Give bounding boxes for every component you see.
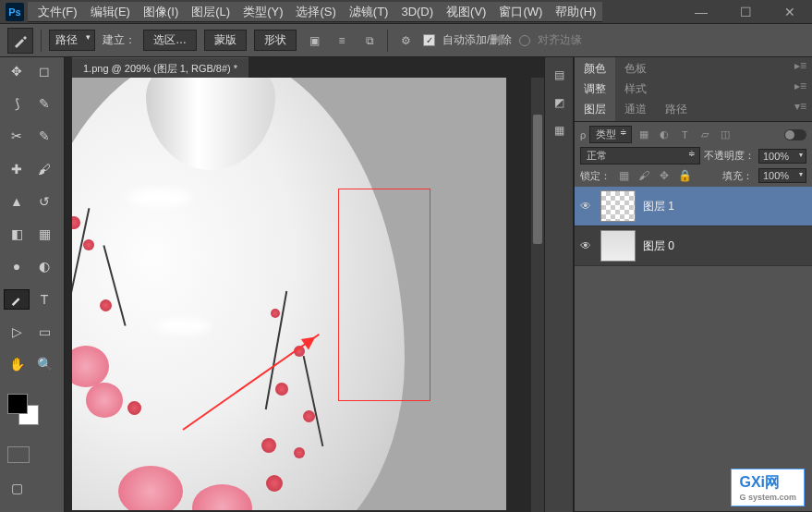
watermark-sub: G system.com [739, 493, 796, 502]
path-arrange-icon[interactable]: ⧉ [359, 30, 380, 51]
lock-all-icon[interactable]: 🔒 [677, 168, 692, 183]
layer-list: 👁 图层 1 👁 图层 0 [575, 187, 812, 266]
visibility-toggle[interactable]: 👁 [580, 200, 593, 213]
gear-icon[interactable]: ⚙ [395, 30, 416, 51]
tool-preset-picker[interactable] [7, 28, 33, 54]
foreground-color-swatch[interactable] [7, 394, 28, 414]
panel-menu-icon[interactable]: ▾≡ [789, 98, 812, 121]
menu-select[interactable]: 选择(S) [289, 1, 342, 23]
marquee-tool[interactable]: ◻ [31, 61, 57, 81]
quick-select-tool[interactable]: ✎ [31, 93, 57, 114]
path-align-icon[interactable]: ≡ [332, 30, 352, 51]
close-button[interactable]: ✕ [768, 3, 812, 21]
healing-tool[interactable]: ✚ [4, 159, 30, 179]
filter-toggle[interactable] [784, 129, 806, 140]
move-tool[interactable]: ✥ [4, 61, 30, 81]
channels-panel-tab[interactable]: 通道 [615, 98, 656, 121]
type-tool[interactable]: T [31, 289, 57, 310]
make-shape-button[interactable]: 形状 [254, 30, 297, 51]
lock-position-icon[interactable]: ✥ [657, 168, 672, 183]
maximize-button[interactable]: ☐ [723, 3, 768, 21]
filter-adjust-icon[interactable]: ◐ [656, 128, 673, 142]
menu-3d[interactable]: 3D(D) [394, 2, 440, 21]
layer-thumbnail[interactable] [600, 230, 636, 262]
menu-help[interactable]: 帮助(H) [549, 1, 602, 23]
gradient-tool[interactable]: ▦ [31, 224, 57, 244]
dodge-tool[interactable]: ◐ [31, 256, 57, 276]
make-mask-button[interactable]: 蒙版 [204, 30, 247, 51]
color-swatches[interactable] [7, 394, 39, 425]
watermark: GXi网 G system.com [731, 469, 805, 506]
menu-type[interactable]: 类型(Y) [236, 1, 289, 23]
minimize-button[interactable]: — [679, 3, 723, 21]
crop-tool[interactable]: ✂ [4, 126, 30, 146]
watermark-text: GXi网 [739, 474, 780, 490]
lock-pixels-icon[interactable]: 🖌 [636, 168, 651, 183]
menu-filter[interactable]: 滤镜(T) [343, 1, 395, 23]
screen-mode-button[interactable]: ▢ [4, 478, 30, 498]
stamp-tool[interactable]: ▲ [4, 191, 30, 212]
hand-tool[interactable]: ✋ [4, 354, 30, 374]
paths-panel-tab[interactable]: 路径 [656, 98, 697, 121]
eyedropper-tool[interactable]: ✎ [31, 126, 57, 146]
panel-dock: ▤ ◩ ▦ [544, 57, 574, 512]
panels-area: 颜色 色板 ▸≡ 调整 样式 ▸≡ 图层 通道 路径 ▾≡ ρ 类型 [574, 57, 812, 512]
lasso-tool[interactable]: ⟆ [4, 93, 30, 114]
blend-mode-select[interactable]: 正常 [580, 147, 700, 165]
separator [41, 30, 42, 52]
vertical-scrollbar[interactable] [531, 78, 544, 512]
fill-label: 填充： [722, 169, 753, 183]
brush-tool[interactable]: 🖌 [31, 159, 57, 179]
layer-name[interactable]: 图层 0 [643, 238, 674, 254]
options-bar: 路径 建立： 选区… 蒙版 形状 ▣ ≡ ⧉ ⚙ ✓ 自动添加/删除 对齐边缘 [0, 24, 812, 57]
pen-mode-select[interactable]: 路径 [49, 30, 95, 51]
zoom-tool[interactable]: 🔍 [31, 354, 57, 374]
menu-image[interactable]: 图像(I) [137, 1, 185, 23]
menu-file[interactable]: 文件(F) [31, 1, 84, 23]
opacity-label: 不透明度： [704, 149, 755, 163]
filter-type-icon[interactable]: T [676, 128, 693, 142]
menu-view[interactable]: 视图(V) [440, 1, 492, 23]
separator [387, 30, 388, 52]
path-select-tool[interactable]: ▷ [4, 322, 30, 342]
build-label: 建立： [103, 32, 136, 48]
path-operations-icon[interactable]: ▣ [304, 30, 324, 51]
fill-value[interactable]: 100% [758, 168, 806, 183]
window-controls: — ☐ ✕ [679, 3, 812, 21]
layer-name[interactable]: 图层 1 [643, 199, 674, 214]
layer-thumbnail[interactable] [600, 190, 636, 222]
layer-row[interactable]: 👁 图层 0 [575, 226, 812, 266]
opacity-value[interactable]: 100% [758, 149, 806, 164]
layer-row[interactable]: 👁 图层 1 [575, 187, 812, 226]
visibility-toggle[interactable]: 👁 [580, 239, 593, 252]
lock-label: 锁定： [580, 169, 611, 183]
make-selection-button[interactable]: 选区… [143, 30, 197, 51]
tools-panel: ✥ ◻ ⟆ ✎ ✂ ✎ ✚ 🖌 ▲ ↺ ◧ ▦ ● ◐ T ▷ ▭ ✋ 🔍 ▢ [0, 57, 65, 512]
blur-tool[interactable]: ● [4, 256, 30, 276]
properties-dock-icon[interactable]: ◩ [549, 92, 569, 113]
menu-edit[interactable]: 编辑(E) [84, 1, 137, 23]
filter-smart-icon[interactable]: ◫ [717, 128, 733, 142]
quick-mask-toggle[interactable] [7, 446, 30, 463]
layer-kind-filter[interactable]: 类型 [589, 126, 632, 143]
pen-tool[interactable] [4, 289, 30, 310]
auto-add-checkbox[interactable]: ✓ [423, 34, 435, 46]
filter-pixel-icon[interactable]: ▦ [636, 128, 652, 142]
lock-transparency-icon[interactable]: ▦ [616, 168, 631, 183]
filter-shape-icon[interactable]: ▱ [697, 128, 713, 142]
character-dock-icon[interactable]: ▦ [549, 120, 569, 140]
menu-bar: 文件(F) 编辑(E) 图像(I) 图层(L) 类型(Y) 选择(S) 滤镜(T… [28, 2, 602, 22]
rubber-band-radio[interactable] [519, 35, 530, 46]
auto-add-label: 自动添加/删除 [442, 32, 512, 48]
menu-window[interactable]: 窗口(W) [492, 1, 549, 23]
menu-layer[interactable]: 图层(L) [185, 1, 236, 23]
scrollbar-thumb[interactable] [533, 115, 542, 244]
rubber-band-label: 对齐边缘 [538, 32, 582, 48]
history-brush-tool[interactable]: ↺ [31, 191, 57, 212]
shape-tool[interactable]: ▭ [31, 322, 57, 342]
document-tab[interactable]: 1.png @ 209% (图层 1, RGB/8#) * [72, 57, 248, 79]
history-dock-icon[interactable]: ▤ [549, 65, 569, 85]
layers-panel-tab[interactable]: 图层 [575, 98, 615, 121]
eraser-tool[interactable]: ◧ [4, 224, 30, 244]
canvas[interactable] [72, 78, 506, 510]
